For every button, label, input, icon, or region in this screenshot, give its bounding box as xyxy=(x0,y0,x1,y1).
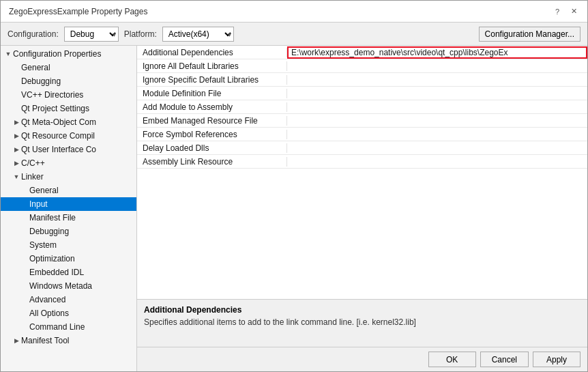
table-row[interactable]: Delay Loaded Dlls xyxy=(137,141,587,155)
sidebar-label-linker-advanced: Advanced xyxy=(29,295,65,304)
sidebar-label-linker-input: Input xyxy=(29,199,48,209)
table-row[interactable]: Add Module to Assembly xyxy=(137,100,587,114)
sidebar-item-linker-debugging[interactable]: Debugging xyxy=(1,225,136,238)
sidebar-label-qt-ui: Qt User Interface Co xyxy=(21,145,96,154)
sidebar-label-qt-resource: Qt Resource Compil xyxy=(21,131,95,141)
prop-name-4: Add Module to Assembly xyxy=(137,102,287,112)
cancel-button[interactable]: Cancel xyxy=(480,352,529,367)
sidebar-item-linker-system[interactable]: System xyxy=(1,238,136,252)
sidebar-label-debugging: Debugging xyxy=(21,76,61,86)
title-bar: ZegoExpressExample Property Pages ? ✕ xyxy=(1,1,587,23)
sidebar-item-linker-advanced[interactable]: Advanced xyxy=(1,293,136,306)
sidebar-item-linker-manifest[interactable]: Manifest File xyxy=(1,211,136,225)
prop-name-7: Delay Loaded Dlls xyxy=(137,143,287,153)
prop-name-3: Module Definition File xyxy=(137,89,287,98)
prop-name-0: Additional Dependencies xyxy=(137,48,287,57)
table-row[interactable]: Force Symbol References xyxy=(137,128,587,141)
sidebar-item-general[interactable]: General xyxy=(1,61,136,74)
sidebar-label-qt-meta: Qt Meta-Object Com xyxy=(21,117,96,127)
expand-icon-qt-resource: ▶ xyxy=(12,132,21,139)
property-pages-window: ZegoExpressExample Property Pages ? ✕ Co… xyxy=(0,0,588,372)
table-row[interactable]: Embed Managed Resource File xyxy=(137,114,587,128)
sidebar-label-linker-optimization: Optimization xyxy=(29,254,75,263)
sidebar-item-cpp[interactable]: ▶C/C++ xyxy=(1,156,136,170)
sidebar-label-linker-debugging: Debugging xyxy=(29,227,69,236)
title-bar-controls: ? ✕ xyxy=(552,6,579,17)
config-bar: Configuration: Debug Platform: Active(x6… xyxy=(1,23,587,46)
sidebar-item-linker-input[interactable]: Input xyxy=(1,197,136,211)
config-select-wrapper: Debug xyxy=(64,27,119,42)
description-panel: Additional Dependencies Specifies additi… xyxy=(137,299,587,347)
sidebar-item-debugging[interactable]: Debugging xyxy=(1,74,136,88)
prop-value-0: E:\work\express_demo_native\src\video\qt… xyxy=(287,46,587,59)
table-row[interactable]: Ignore All Default Libraries xyxy=(137,59,587,73)
sidebar-item-linker-windows-meta[interactable]: Windows Metada xyxy=(1,279,136,293)
expand-icon-linker: ▼ xyxy=(12,173,21,180)
sidebar-item-config-props[interactable]: ▼Configuration Properties xyxy=(1,47,136,61)
sidebar-label-cpp: C/C++ xyxy=(21,158,45,168)
sidebar-item-qt-proj-settings[interactable]: Qt Project Settings xyxy=(1,102,136,115)
table-row[interactable]: Additional DependenciesE:\work\express_d… xyxy=(137,46,587,59)
prop-name-5: Embed Managed Resource File xyxy=(137,116,287,126)
sidebar-item-vc-dirs[interactable]: VC++ Directories xyxy=(1,88,136,102)
table-row[interactable]: Module Definition File xyxy=(137,87,587,100)
table-row[interactable]: Ignore Specific Default Libraries xyxy=(137,73,587,87)
platform-select-wrapper: Active(x64) xyxy=(162,27,234,42)
sidebar-label-config-props: Configuration Properties xyxy=(13,49,101,59)
sidebar-label-linker-cmdline: Command Line xyxy=(29,322,85,332)
help-button[interactable]: ? xyxy=(552,6,563,17)
sidebar-item-qt-resource[interactable]: ▶Qt Resource Compil xyxy=(1,129,136,143)
bottom-buttons: OK Cancel Apply xyxy=(137,347,587,371)
expand-icon-cpp: ▶ xyxy=(12,160,21,167)
sidebar-item-manifest-tool[interactable]: ▶Manifest Tool xyxy=(1,334,136,347)
sidebar-item-linker[interactable]: ▼Linker xyxy=(1,170,136,184)
table-row[interactable]: Assembly Link Resource xyxy=(137,155,587,169)
sidebar: ▼Configuration PropertiesGeneralDebuggin… xyxy=(1,46,137,371)
expand-icon-config-props: ▼ xyxy=(3,51,13,57)
description-text: Specifies additional items to add to the… xyxy=(144,317,580,327)
description-title: Additional Dependencies xyxy=(144,305,580,315)
sidebar-item-qt-ui[interactable]: ▶Qt User Interface Co xyxy=(1,143,136,156)
sidebar-item-linker-embedded-idl[interactable]: Embedded IDL xyxy=(1,266,136,279)
sidebar-label-linker-system: System xyxy=(29,240,57,250)
platform-select[interactable]: Active(x64) xyxy=(162,27,234,42)
sidebar-item-linker-all-options[interactable]: All Options xyxy=(1,306,136,320)
sidebar-label-linker-windows-meta: Windows Metada xyxy=(29,281,92,291)
prop-name-8: Assembly Link Resource xyxy=(137,157,287,167)
sidebar-label-vc-dirs: VC++ Directories xyxy=(21,90,83,100)
expand-icon-qt-ui: ▶ xyxy=(12,146,21,153)
sidebar-item-qt-meta[interactable]: ▶Qt Meta-Object Com xyxy=(1,115,136,129)
sidebar-label-qt-proj-settings: Qt Project Settings xyxy=(21,104,89,113)
prop-name-1: Ignore All Default Libraries xyxy=(137,61,287,71)
sidebar-label-linker: Linker xyxy=(21,172,44,182)
close-button[interactable]: ✕ xyxy=(568,6,579,17)
sidebar-item-linker-optimization[interactable]: Optimization xyxy=(1,252,136,266)
properties-table: Additional DependenciesE:\work\express_d… xyxy=(137,46,587,299)
sidebar-item-linker-cmdline[interactable]: Command Line xyxy=(1,320,136,334)
config-select[interactable]: Debug xyxy=(64,27,119,42)
platform-label: Platform: xyxy=(124,29,157,39)
sidebar-label-linker-manifest: Manifest File xyxy=(29,213,76,223)
sidebar-label-manifest-tool: Manifest Tool xyxy=(21,336,69,345)
prop-name-2: Ignore Specific Default Libraries xyxy=(137,75,287,85)
main-content: ▼Configuration PropertiesGeneralDebuggin… xyxy=(1,46,587,371)
expand-icon-manifest-tool: ▶ xyxy=(12,337,21,344)
expand-icon-qt-meta: ▶ xyxy=(12,119,21,126)
sidebar-item-linker-general[interactable]: General xyxy=(1,184,136,197)
sidebar-label-linker-embedded-idl: Embedded IDL xyxy=(29,268,84,277)
right-panel: Additional DependenciesE:\work\express_d… xyxy=(137,46,587,371)
apply-button[interactable]: Apply xyxy=(533,352,580,367)
window-title: ZegoExpressExample Property Pages xyxy=(9,7,147,16)
sidebar-label-linker-all-options: All Options xyxy=(29,309,69,318)
config-label: Configuration: xyxy=(8,29,59,39)
ok-button[interactable]: OK xyxy=(428,352,476,367)
prop-name-6: Force Symbol References xyxy=(137,130,287,139)
config-manager-button[interactable]: Configuration Manager... xyxy=(479,27,580,42)
sidebar-label-linker-general: General xyxy=(29,186,59,195)
sidebar-label-general: General xyxy=(21,63,50,72)
